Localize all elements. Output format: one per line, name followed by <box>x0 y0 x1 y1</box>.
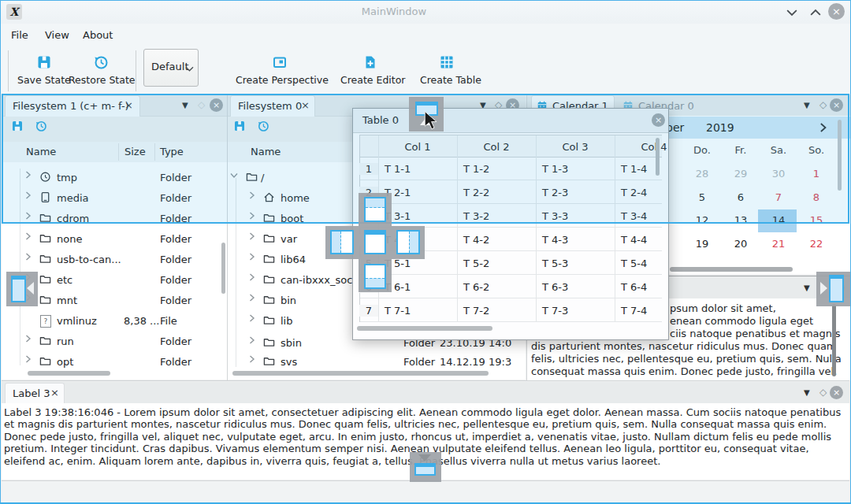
cell[interactable]: T 6-3 <box>542 281 568 293</box>
chevron-right-icon[interactable] <box>25 171 32 179</box>
fs1-close-button[interactable]: × <box>210 98 223 112</box>
tree-row[interactable]: etc <box>57 274 72 286</box>
chevron-right-icon[interactable] <box>25 212 32 220</box>
cell[interactable]: T 4-3 <box>542 234 568 246</box>
chevron-right-icon[interactable] <box>249 191 255 199</box>
calendar-day[interactable]: 29 <box>723 168 758 180</box>
fs1-save-icon[interactable] <box>11 120 24 132</box>
fs1-restore-icon[interactable] <box>35 120 47 132</box>
fs0-hscrollbar[interactable] <box>232 371 489 376</box>
tab-label3-close-icon[interactable]: × <box>50 387 59 398</box>
tree-row[interactable]: bin <box>281 295 296 306</box>
cell[interactable]: T 5-2 <box>463 258 489 269</box>
save-state-button[interactable]: Save State <box>17 74 71 86</box>
menu-view[interactable]: View <box>45 29 69 41</box>
perspective-combobox[interactable]: Default <box>143 49 199 87</box>
calendar-day[interactable]: 21 <box>761 238 796 250</box>
calendar-float-icon[interactable]: ◇ <box>819 98 827 111</box>
table0-floating-window[interactable]: Table 0 × Col 1 Col 2 Col 3 Col 4 1 T 1-… <box>352 108 669 340</box>
tree-row[interactable]: home <box>281 192 310 204</box>
label3-float-icon[interactable]: ◇ <box>819 386 827 398</box>
cell[interactable]: T 7-1 <box>385 305 411 317</box>
cell[interactable]: T 2-2 <box>463 187 489 198</box>
calendar-day[interactable]: 28 <box>685 168 719 180</box>
calendar-day[interactable]: 6 <box>723 191 758 203</box>
tree-row[interactable]: none <box>57 233 82 245</box>
chevron-right-icon[interactable] <box>25 355 32 363</box>
chevron-right-icon[interactable] <box>249 294 255 302</box>
row-number[interactable]: 1 <box>359 163 378 175</box>
create-table-button[interactable]: Create Table <box>420 74 481 86</box>
tree-row[interactable]: can-ibxxx_sock. <box>281 274 362 286</box>
calendar-menu-arrow-icon[interactable]: ▼ <box>804 99 810 112</box>
create-editor-button[interactable]: Create Editor <box>340 74 406 86</box>
calendar-day[interactable]: 5 <box>685 191 719 203</box>
chevron-right-icon[interactable] <box>249 314 255 322</box>
cell[interactable]: T 6-2 <box>463 281 489 293</box>
chevron-right-icon[interactable] <box>249 355 255 363</box>
tree-row[interactable]: cdrom <box>57 213 89 224</box>
chevron-right-icon[interactable] <box>25 335 32 343</box>
window-titlebar[interactable]: X MainWindow × <box>0 0 851 24</box>
calendar-vscrollbar[interactable] <box>838 120 842 191</box>
chevron-right-icon[interactable] <box>25 191 32 199</box>
menu-file[interactable]: File <box>11 29 28 41</box>
label0-vscrollbar[interactable] <box>832 304 836 376</box>
maximize-button[interactable] <box>810 8 821 17</box>
calendar-day[interactable]: 15 <box>799 214 834 226</box>
cell[interactable]: T 1-2 <box>463 163 489 175</box>
label3-titlebar[interactable] <box>2 382 849 404</box>
cell[interactable]: T 7-4 <box>621 305 647 317</box>
chevron-right-icon[interactable] <box>249 253 255 261</box>
chevron-right-icon[interactable] <box>25 232 32 240</box>
cell[interactable]: T 3-4 <box>621 210 647 222</box>
calendar-day[interactable]: 22 <box>799 238 834 250</box>
restore-state-button[interactable]: Restore State <box>69 74 136 86</box>
cell[interactable]: T 3-3 <box>542 210 568 222</box>
table0-col-header[interactable]: Col 4 <box>615 141 669 153</box>
calendar-day[interactable]: 13 <box>723 214 758 226</box>
fs1-float-icon[interactable]: ◇ <box>198 98 205 111</box>
cell[interactable]: T 4-4 <box>621 234 647 246</box>
table0-col-header[interactable]: Col 3 <box>536 141 615 153</box>
cell[interactable]: T 5-4 <box>621 258 647 269</box>
tab-filesystem1-close-icon[interactable]: × <box>124 99 133 111</box>
tree-row[interactable]: media <box>57 192 89 204</box>
table0-vscrollbar[interactable] <box>656 138 660 176</box>
fs0-restore-icon[interactable] <box>257 120 269 132</box>
tree-row[interactable]: lib64 <box>281 254 306 265</box>
tree-row[interactable]: mnt <box>57 295 77 306</box>
cell[interactable]: T 7-2 <box>463 305 489 317</box>
calendar-day[interactable]: 12 <box>685 214 719 226</box>
cell[interactable]: T 4-2 <box>463 234 489 246</box>
calendar-day-selected[interactable]: 14 <box>761 214 796 226</box>
cell[interactable]: T 5-3 <box>542 258 568 269</box>
close-window-button[interactable]: × <box>828 3 845 20</box>
tree-row[interactable]: boot <box>281 213 303 224</box>
tree-row[interactable]: opt <box>57 356 73 368</box>
splitter-main-label3[interactable] <box>2 380 849 381</box>
menu-about[interactable]: About <box>83 29 113 41</box>
chevron-right-icon[interactable] <box>249 273 255 281</box>
tree-row[interactable]: usb-to-can... <box>57 254 121 265</box>
table0-col-header[interactable]: Col 2 <box>457 141 536 153</box>
label3-close-button[interactable]: × <box>830 386 843 399</box>
tree-row[interactable]: var <box>281 233 297 245</box>
fs0-save-icon[interactable] <box>233 120 246 132</box>
minimize-button[interactable] <box>786 8 797 17</box>
cell[interactable]: T 2-3 <box>542 187 568 198</box>
chevron-right-icon[interactable] <box>249 232 255 240</box>
fs1-menu-arrow-icon[interactable]: ▼ <box>182 99 188 112</box>
cell[interactable]: T 3-2 <box>463 210 489 222</box>
cell[interactable]: T 1-1 <box>385 163 411 175</box>
calendar-day[interactable]: 7 <box>761 191 796 203</box>
calendar-hscrollbar[interactable] <box>670 267 793 272</box>
tree-row[interactable]: run <box>57 335 74 347</box>
table0-titlebar[interactable]: Table 0 × <box>353 109 668 133</box>
fs1-vscrollbar[interactable] <box>221 243 225 294</box>
table0-close-button[interactable]: × <box>652 113 665 127</box>
chevron-right-icon[interactable] <box>249 336 255 344</box>
calendar-day[interactable]: 19 <box>685 238 719 250</box>
chevron-down-icon[interactable] <box>230 172 238 179</box>
row-number[interactable]: 7 <box>359 305 378 317</box>
